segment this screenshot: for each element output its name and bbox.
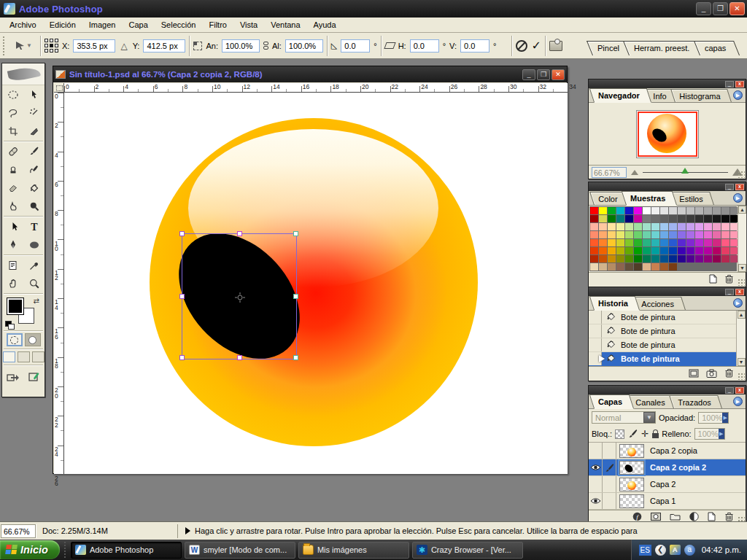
swatch-5-8[interactable]: [660, 247, 668, 254]
rotate-input[interactable]: 0.0: [341, 39, 370, 52]
swatch-2-11[interactable]: [686, 223, 694, 230]
notes-tool[interactable]: [2, 256, 23, 274]
swatch-6-14[interactable]: [713, 255, 721, 262]
task-adobe-photoshop[interactable]: Adobe Photoshop: [71, 542, 182, 559]
swatch-5-7[interactable]: [651, 247, 659, 254]
menu-capa[interactable]: Capa: [122, 19, 154, 31]
hide-icons-chevron[interactable]: ❮: [655, 545, 666, 556]
history-brush-tool[interactable]: [23, 160, 44, 179]
menu-vista[interactable]: Vista: [233, 19, 264, 31]
resize-grip[interactable]: [738, 279, 745, 286]
swatch-4-7[interactable]: [651, 239, 659, 246]
zoom-slider-thumb[interactable]: [681, 168, 689, 174]
swatch-0-3[interactable]: [616, 207, 624, 214]
swatch-1-2[interactable]: [608, 215, 616, 222]
visibility-toggle[interactable]: [589, 443, 603, 459]
swatch-4-11[interactable]: [686, 239, 694, 246]
swatch-1-8[interactable]: [660, 215, 668, 222]
swatch-5-14[interactable]: [713, 247, 721, 254]
swatch-2-8[interactable]: [660, 223, 668, 230]
layer-thumbnail[interactable]: [619, 444, 644, 458]
lock-position-icon[interactable]: ✛: [641, 429, 649, 439]
swatch-0-8[interactable]: [660, 207, 668, 214]
opacity-input[interactable]: 100% ▶: [698, 412, 729, 424]
swatch-4-15[interactable]: [721, 239, 729, 246]
history-state[interactable]: Bote de pintura: [589, 324, 736, 338]
link-cell[interactable]: [603, 493, 616, 509]
doc-close-button[interactable]: ✕: [551, 69, 565, 80]
tray-icon-b[interactable]: a: [684, 545, 695, 556]
menu-seleccio-n[interactable]: Selección: [155, 19, 203, 31]
language-indicator[interactable]: ES: [639, 545, 651, 556]
layer-thumbnail[interactable]: [619, 478, 644, 491]
tray-icon-a[interactable]: A: [670, 545, 681, 555]
task-crazy-browser-ver[interactable]: ✱Crazy Browser - [Ver...: [412, 542, 523, 559]
swatch-2-5[interactable]: [634, 223, 642, 230]
handle-bottom-center[interactable]: [237, 355, 242, 360]
swatch-4-10[interactable]: [678, 239, 686, 246]
swatch-4-9[interactable]: [669, 239, 677, 246]
jump-to-imageready-button[interactable]: [4, 368, 23, 386]
vertical-ruler[interactable]: 024681 01 21 41 61 82 02 22 42 6: [54, 93, 64, 474]
close-button[interactable]: ✕: [729, 2, 745, 15]
layers-tab-trazados[interactable]: Trazados: [669, 395, 722, 408]
swatch-6-3[interactable]: [616, 255, 624, 262]
swatch-0-12[interactable]: [695, 207, 703, 214]
x-input[interactable]: 353.5 px: [73, 39, 115, 52]
healing-brush-tool[interactable]: [2, 142, 23, 160]
navigator-tab-histograma[interactable]: Histograma: [670, 89, 732, 102]
hand-tool[interactable]: [2, 274, 23, 292]
layer-row-capa-2-copia-2[interactable]: Capa 2 copia 2: [589, 459, 746, 476]
slice-tool[interactable]: [23, 122, 44, 140]
swatch-7-2[interactable]: [608, 263, 616, 271]
swatch-6-0[interactable]: [590, 255, 598, 262]
swatch-1-11[interactable]: [686, 215, 694, 222]
swatches-scrollbar[interactable]: ▲ ▼: [738, 206, 746, 272]
link-cell[interactable]: [603, 459, 616, 475]
new-swatch-icon[interactable]: [709, 274, 717, 285]
zoom-out-mountain-icon[interactable]: [631, 170, 638, 175]
ruler-origin[interactable]: [54, 83, 64, 93]
swatches-tab-estilos[interactable]: Estilos: [670, 192, 714, 205]
swatch-5-12[interactable]: [695, 247, 703, 254]
swatch-5-4[interactable]: [625, 247, 633, 254]
swatch-3-9[interactable]: [669, 231, 677, 238]
swatch-1-12[interactable]: [695, 215, 703, 222]
swatch-2-6[interactable]: [643, 223, 651, 230]
well-tab-herram-preest[interactable]: Herram. preest.: [623, 41, 704, 55]
foreground-color-chip[interactable]: [7, 298, 24, 315]
swap-colors-icon[interactable]: ⇄: [34, 297, 39, 305]
fill-slider-icon[interactable]: ▶: [719, 429, 724, 439]
swatch-4-3[interactable]: [616, 239, 624, 246]
standard-screen-button[interactable]: [3, 351, 15, 362]
swatch-0-13[interactable]: [704, 207, 712, 214]
panel-menu-icon[interactable]: ▶: [733, 397, 743, 406]
swatch-4-5[interactable]: [634, 239, 642, 246]
swatch-3-2[interactable]: [608, 231, 616, 238]
panel-menu-icon[interactable]: ▶: [733, 90, 743, 100]
swatch-6-8[interactable]: [660, 255, 668, 262]
scroll-up-icon[interactable]: ▲: [738, 311, 746, 319]
swatch-4-6[interactable]: [643, 239, 651, 246]
delete-swatch-icon[interactable]: [724, 274, 734, 285]
swatch-6-4[interactable]: [625, 255, 633, 262]
swatch-3-13[interactable]: [704, 231, 712, 238]
swatch-6-12[interactable]: [695, 255, 703, 262]
swatch-6-11[interactable]: [686, 255, 694, 262]
swatch-3-11[interactable]: [686, 231, 694, 238]
swatch-7-6[interactable]: [643, 263, 651, 271]
lock-transparency-icon[interactable]: [615, 429, 624, 439]
link-cell[interactable]: [603, 476, 616, 492]
edit-in-imageready-icon[interactable]: [25, 368, 44, 386]
swatch-3-5[interactable]: [634, 231, 642, 238]
task-mis-ima-genes[interactable]: Mis imágenes: [298, 542, 409, 559]
navigator-tab-navegador[interactable]: Navegador: [589, 88, 651, 103]
lock-paint-icon[interactable]: [628, 429, 638, 440]
paint-bucket-tool[interactable]: [23, 179, 44, 197]
history-scrollbar[interactable]: ▲ ▼: [736, 311, 746, 366]
swatch-1-15[interactable]: [721, 215, 729, 222]
swatch-4-12[interactable]: [695, 239, 703, 246]
swatch-2-3[interactable]: [616, 223, 624, 230]
move-tool[interactable]: [23, 85, 44, 104]
swatch-7-7[interactable]: [651, 263, 659, 271]
